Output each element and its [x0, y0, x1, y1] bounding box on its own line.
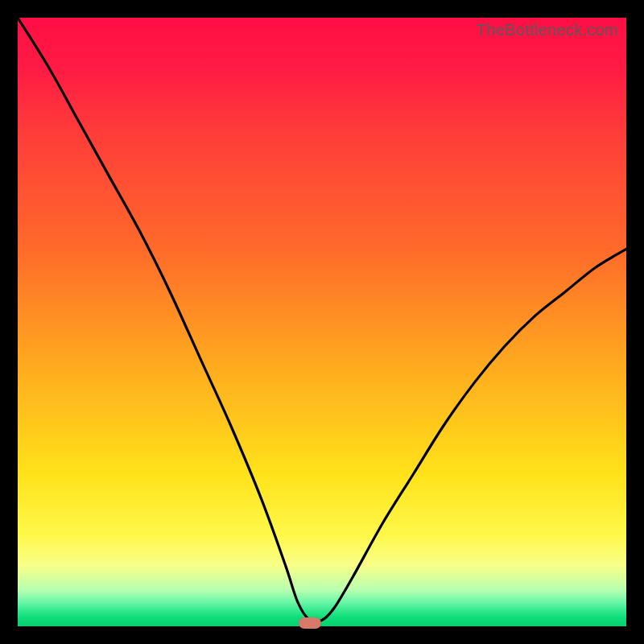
plot-area: TheBottleneck.com [18, 18, 626, 626]
bottleneck-curve [18, 18, 626, 626]
curve-path [18, 18, 626, 622]
chart-stage: TheBottleneck.com [0, 0, 644, 644]
optimal-point-marker [299, 617, 321, 629]
